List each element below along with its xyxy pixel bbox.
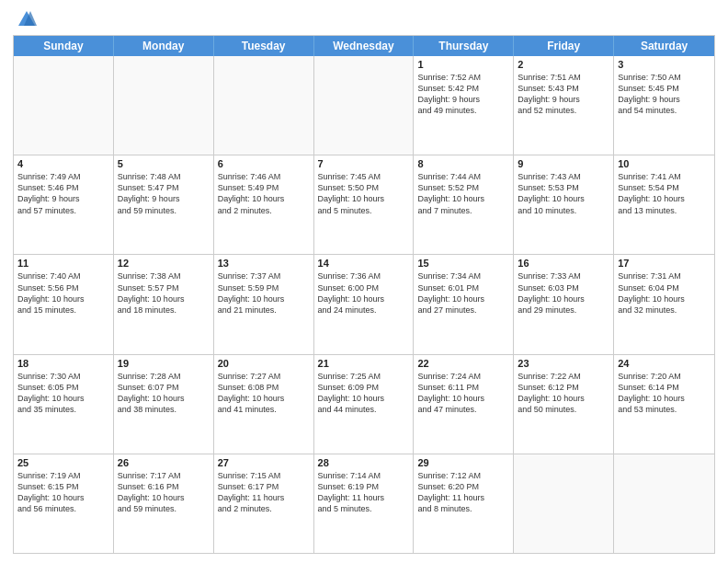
header-day-friday: Friday bbox=[514, 36, 614, 56]
day-number: 18 bbox=[17, 358, 109, 369]
header bbox=[13, 9, 715, 29]
cell-text: Sunrise: 7:43 AM Sunset: 5:53 PM Dayligh… bbox=[518, 171, 609, 216]
cal-cell bbox=[514, 454, 614, 553]
cell-text: Sunrise: 7:12 AM Sunset: 6:20 PM Dayligh… bbox=[417, 470, 509, 515]
day-number: 21 bbox=[318, 358, 410, 369]
day-number: 23 bbox=[518, 358, 609, 369]
cell-text: Sunrise: 7:22 AM Sunset: 6:12 PM Dayligh… bbox=[518, 371, 609, 416]
day-number: 4 bbox=[17, 158, 109, 169]
cell-text: Sunrise: 7:30 AM Sunset: 6:05 PM Dayligh… bbox=[17, 371, 109, 416]
day-number: 5 bbox=[118, 158, 210, 169]
cell-text: Sunrise: 7:46 AM Sunset: 5:49 PM Dayligh… bbox=[218, 171, 310, 216]
day-number: 28 bbox=[318, 457, 410, 468]
day-number: 24 bbox=[618, 358, 711, 369]
cal-cell: 18Sunrise: 7:30 AM Sunset: 6:05 PM Dayli… bbox=[14, 355, 114, 454]
logo bbox=[13, 9, 39, 29]
calendar-body: 1Sunrise: 7:52 AM Sunset: 5:42 PM Daylig… bbox=[14, 56, 714, 553]
day-number: 6 bbox=[218, 158, 310, 169]
day-number: 22 bbox=[417, 358, 509, 369]
cal-cell: 3Sunrise: 7:50 AM Sunset: 5:45 PM Daylig… bbox=[614, 56, 714, 155]
day-number: 20 bbox=[218, 358, 310, 369]
cal-cell: 15Sunrise: 7:34 AM Sunset: 6:01 PM Dayli… bbox=[414, 255, 514, 353]
cell-text: Sunrise: 7:25 AM Sunset: 6:09 PM Dayligh… bbox=[318, 371, 410, 416]
cal-cell: 10Sunrise: 7:41 AM Sunset: 5:54 PM Dayli… bbox=[614, 155, 714, 254]
cal-cell: 29Sunrise: 7:12 AM Sunset: 6:20 PM Dayli… bbox=[414, 454, 514, 553]
day-number: 8 bbox=[417, 158, 509, 169]
cell-text: Sunrise: 7:14 AM Sunset: 6:19 PM Dayligh… bbox=[318, 470, 410, 515]
day-number: 25 bbox=[17, 457, 109, 468]
header-day-thursday: Thursday bbox=[414, 36, 514, 56]
cell-text: Sunrise: 7:41 AM Sunset: 5:54 PM Dayligh… bbox=[618, 171, 711, 216]
cal-cell: 27Sunrise: 7:15 AM Sunset: 6:17 PM Dayli… bbox=[214, 454, 314, 553]
cal-cell: 22Sunrise: 7:24 AM Sunset: 6:11 PM Dayli… bbox=[414, 355, 514, 454]
cal-cell bbox=[114, 56, 214, 155]
cal-cell: 28Sunrise: 7:14 AM Sunset: 6:19 PM Dayli… bbox=[314, 454, 415, 553]
calendar-header: SundayMondayTuesdayWednesdayThursdayFrid… bbox=[14, 36, 714, 56]
day-number: 19 bbox=[118, 358, 210, 369]
cal-row-4: 25Sunrise: 7:19 AM Sunset: 6:15 PM Dayli… bbox=[14, 454, 714, 553]
cal-cell: 17Sunrise: 7:31 AM Sunset: 6:04 PM Dayli… bbox=[614, 255, 714, 353]
cal-cell: 14Sunrise: 7:36 AM Sunset: 6:00 PM Dayli… bbox=[314, 255, 415, 353]
cell-text: Sunrise: 7:33 AM Sunset: 6:03 PM Dayligh… bbox=[518, 270, 609, 316]
cell-text: Sunrise: 7:49 AM Sunset: 5:46 PM Dayligh… bbox=[17, 171, 109, 216]
header-day-sunday: Sunday bbox=[14, 36, 114, 56]
cal-cell: 16Sunrise: 7:33 AM Sunset: 6:03 PM Dayli… bbox=[514, 255, 614, 353]
cell-text: Sunrise: 7:38 AM Sunset: 5:57 PM Dayligh… bbox=[118, 270, 210, 316]
cell-text: Sunrise: 7:15 AM Sunset: 6:17 PM Dayligh… bbox=[218, 470, 310, 515]
cell-text: Sunrise: 7:24 AM Sunset: 6:11 PM Dayligh… bbox=[417, 371, 509, 416]
day-number: 11 bbox=[17, 258, 109, 269]
day-number: 9 bbox=[518, 158, 609, 169]
cal-cell: 1Sunrise: 7:52 AM Sunset: 5:42 PM Daylig… bbox=[414, 56, 514, 155]
cell-text: Sunrise: 7:50 AM Sunset: 5:45 PM Dayligh… bbox=[618, 72, 711, 117]
day-number: 29 bbox=[417, 457, 509, 468]
cell-text: Sunrise: 7:51 AM Sunset: 5:43 PM Dayligh… bbox=[518, 72, 609, 117]
cell-text: Sunrise: 7:34 AM Sunset: 6:01 PM Dayligh… bbox=[417, 270, 509, 316]
cal-cell: 21Sunrise: 7:25 AM Sunset: 6:09 PM Dayli… bbox=[314, 355, 415, 454]
day-number: 13 bbox=[218, 258, 310, 269]
header-day-wednesday: Wednesday bbox=[314, 36, 415, 56]
cal-cell: 12Sunrise: 7:38 AM Sunset: 5:57 PM Dayli… bbox=[114, 255, 214, 353]
cell-text: Sunrise: 7:48 AM Sunset: 5:47 PM Dayligh… bbox=[118, 171, 210, 216]
logo-area bbox=[13, 9, 39, 29]
cal-cell bbox=[314, 56, 415, 155]
cal-cell: 19Sunrise: 7:28 AM Sunset: 6:07 PM Dayli… bbox=[114, 355, 214, 454]
day-number: 14 bbox=[318, 258, 410, 269]
cell-text: Sunrise: 7:45 AM Sunset: 5:50 PM Dayligh… bbox=[318, 171, 410, 216]
cell-text: Sunrise: 7:37 AM Sunset: 5:59 PM Dayligh… bbox=[218, 270, 310, 316]
day-number: 7 bbox=[318, 158, 410, 169]
cell-text: Sunrise: 7:17 AM Sunset: 6:16 PM Dayligh… bbox=[118, 470, 210, 515]
day-number: 15 bbox=[417, 258, 509, 269]
cell-text: Sunrise: 7:28 AM Sunset: 6:07 PM Dayligh… bbox=[118, 371, 210, 416]
cell-text: Sunrise: 7:36 AM Sunset: 6:00 PM Dayligh… bbox=[318, 270, 410, 316]
cell-text: Sunrise: 7:27 AM Sunset: 6:08 PM Dayligh… bbox=[218, 371, 310, 416]
cal-cell: 25Sunrise: 7:19 AM Sunset: 6:15 PM Dayli… bbox=[14, 454, 114, 553]
cal-row-1: 4Sunrise: 7:49 AM Sunset: 5:46 PM Daylig… bbox=[14, 155, 714, 254]
cell-text: Sunrise: 7:20 AM Sunset: 6:14 PM Dayligh… bbox=[618, 371, 711, 416]
cal-cell: 13Sunrise: 7:37 AM Sunset: 5:59 PM Dayli… bbox=[214, 255, 314, 353]
logo-icon bbox=[17, 9, 37, 29]
cal-cell: 8Sunrise: 7:44 AM Sunset: 5:52 PM Daylig… bbox=[414, 155, 514, 254]
cal-cell: 5Sunrise: 7:48 AM Sunset: 5:47 PM Daylig… bbox=[114, 155, 214, 254]
cal-cell: 20Sunrise: 7:27 AM Sunset: 6:08 PM Dayli… bbox=[214, 355, 314, 454]
calendar: SundayMondayTuesdayWednesdayThursdayFrid… bbox=[13, 35, 715, 554]
cal-row-0: 1Sunrise: 7:52 AM Sunset: 5:42 PM Daylig… bbox=[14, 56, 714, 155]
day-number: 2 bbox=[518, 59, 609, 70]
day-number: 3 bbox=[618, 59, 711, 70]
cell-text: Sunrise: 7:52 AM Sunset: 5:42 PM Dayligh… bbox=[417, 72, 509, 117]
cal-cell bbox=[614, 454, 714, 553]
cal-cell: 11Sunrise: 7:40 AM Sunset: 5:56 PM Dayli… bbox=[14, 255, 114, 353]
cell-text: Sunrise: 7:44 AM Sunset: 5:52 PM Dayligh… bbox=[417, 171, 509, 216]
cal-cell: 4Sunrise: 7:49 AM Sunset: 5:46 PM Daylig… bbox=[14, 155, 114, 254]
cal-row-3: 18Sunrise: 7:30 AM Sunset: 6:05 PM Dayli… bbox=[14, 354, 714, 454]
cal-cell: 6Sunrise: 7:46 AM Sunset: 5:49 PM Daylig… bbox=[214, 155, 314, 254]
day-number: 17 bbox=[618, 258, 711, 269]
day-number: 27 bbox=[218, 457, 310, 468]
cal-cell: 26Sunrise: 7:17 AM Sunset: 6:16 PM Dayli… bbox=[114, 454, 214, 553]
day-number: 10 bbox=[618, 158, 711, 169]
day-number: 1 bbox=[417, 59, 509, 70]
cell-text: Sunrise: 7:19 AM Sunset: 6:15 PM Dayligh… bbox=[17, 470, 109, 515]
cal-cell: 9Sunrise: 7:43 AM Sunset: 5:53 PM Daylig… bbox=[514, 155, 614, 254]
cal-cell: 7Sunrise: 7:45 AM Sunset: 5:50 PM Daylig… bbox=[314, 155, 415, 254]
header-day-tuesday: Tuesday bbox=[214, 36, 314, 56]
cal-row-2: 11Sunrise: 7:40 AM Sunset: 5:56 PM Dayli… bbox=[14, 254, 714, 353]
